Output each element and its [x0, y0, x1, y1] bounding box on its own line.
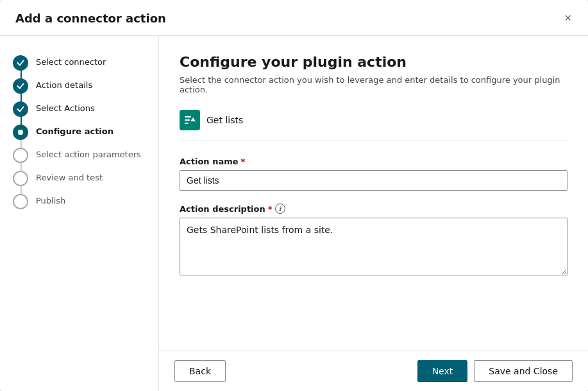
action-name-group: Action name *	[180, 157, 567, 191]
action-description-required: *	[268, 204, 273, 214]
svg-rect-2	[185, 123, 189, 124]
step-publish: Publish	[13, 190, 158, 213]
step-select-action-parameters: Select action parameters	[13, 144, 158, 167]
step-label-3: Select Actions	[36, 101, 95, 114]
step-circle-5	[13, 148, 28, 163]
action-icon	[180, 110, 200, 130]
dialog: Add a connector action × Select connecto…	[0, 0, 588, 391]
step-select-actions: Select Actions	[13, 98, 158, 121]
back-button[interactable]: Back	[174, 360, 226, 382]
dialog-title: Add a connector action	[15, 12, 166, 25]
page-title: Configure your plugin action	[180, 54, 567, 70]
footer-left: Back	[174, 360, 226, 382]
action-badge-label: Get lists	[206, 115, 243, 125]
svg-rect-0	[185, 116, 191, 117]
content-area: Configure your plugin action Select the …	[159, 36, 588, 351]
step-label-5: Select action parameters	[36, 148, 141, 161]
step-circle-1	[13, 55, 28, 71]
save-close-button[interactable]: Save and Close	[474, 360, 573, 382]
sidebar: Select connector Action details Select A…	[0, 36, 159, 391]
step-label-2: Action details	[36, 78, 92, 91]
step-circle-7	[13, 194, 28, 209]
info-icon: i	[275, 204, 285, 214]
step-circle-4	[13, 125, 28, 140]
step-select-connector: Select connector	[13, 51, 158, 74]
step-circle-6	[13, 171, 28, 186]
step-circle-3	[13, 101, 28, 117]
page-subtitle: Select the connector action you wish to …	[180, 75, 567, 94]
step-label-7: Publish	[36, 194, 65, 207]
step-label-1: Select connector	[36, 55, 106, 68]
svg-rect-1	[185, 119, 190, 121]
step-label-4: Configure action	[36, 125, 113, 137]
step-circle-2	[13, 78, 28, 94]
dialog-footer: Back Next Save and Close	[159, 351, 588, 391]
step-review-test: Review and test	[13, 167, 158, 190]
action-description-textarea[interactable]: Gets SharePoint lists from a site.	[180, 218, 567, 275]
svg-marker-3	[190, 117, 196, 121]
action-name-label: Action name *	[180, 157, 567, 166]
action-name-required: *	[241, 157, 246, 166]
close-button[interactable]: ×	[560, 10, 575, 26]
dialog-body: Select connector Action details Select A…	[0, 36, 588, 391]
step-configure-action: Configure action	[13, 121, 158, 144]
action-description-group: Action description * i Gets SharePoint l…	[180, 204, 567, 278]
main-content: Configure your plugin action Select the …	[159, 36, 588, 391]
action-name-input[interactable]	[180, 170, 567, 191]
action-badge: Get lists	[180, 110, 567, 141]
step-label-6: Review and test	[36, 171, 103, 184]
footer-right: Next Save and Close	[417, 360, 573, 382]
step-action-details: Action details	[13, 74, 158, 98]
action-description-label: Action description * i	[180, 204, 567, 214]
dialog-header: Add a connector action ×	[0, 0, 588, 36]
next-button[interactable]: Next	[417, 360, 468, 382]
